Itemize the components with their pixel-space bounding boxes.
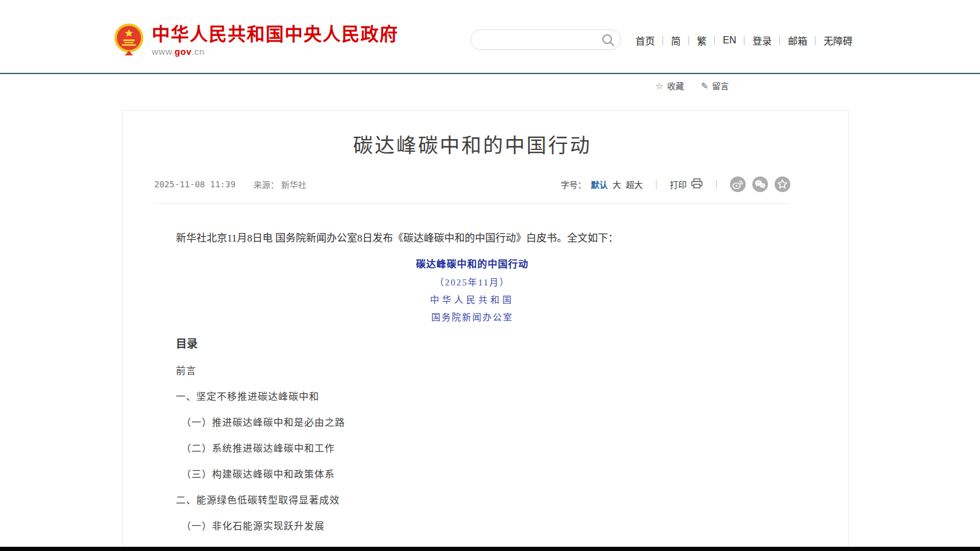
meta-separator bbox=[716, 179, 717, 189]
doc-title: 碳达峰碳中和的中国行动 bbox=[176, 258, 769, 271]
doc-org-line-1: 中华人民共和国 bbox=[176, 294, 769, 306]
top-nav: 首页 简 繁 EN 登录 邮箱 无障碍 bbox=[628, 33, 860, 48]
header-divider-line bbox=[0, 73, 980, 74]
article-body: 新华社北京11月8日电 国务院新闻办公室8日发布《碳达峰碳中和的中国行动》白皮书… bbox=[154, 231, 790, 531]
fontsize-label: 字号： bbox=[561, 178, 586, 190]
toc-item: 一、坚定不移推进碳达峰碳中和 bbox=[176, 391, 769, 402]
star-icon: ☆ bbox=[655, 81, 663, 90]
meta-left: 2025-11-08 11:39 来源： 新华社 bbox=[154, 178, 307, 190]
article-title: 碳达峰碳中和的中国行动 bbox=[154, 133, 790, 158]
share-group bbox=[730, 176, 790, 192]
site-url: www.gov.cn bbox=[152, 46, 399, 57]
toc-item: （一）非化石能源实现跃升发展 bbox=[176, 521, 769, 531]
article-meta-row: 2025-11-08 11:39 来源： 新华社 字号： 默认 大 超大 打印 bbox=[154, 178, 790, 191]
doc-org-line-2: 国务院新闻办公室 bbox=[176, 311, 769, 323]
weibo-share-icon[interactable] bbox=[730, 176, 746, 192]
search-box bbox=[470, 30, 621, 50]
print-button[interactable]: 打印 bbox=[670, 178, 703, 190]
pencil-icon: ✎ bbox=[701, 81, 708, 90]
site-url-prefix: www. bbox=[152, 46, 175, 57]
national-emblem-icon bbox=[114, 23, 144, 58]
wechat-share-icon[interactable] bbox=[752, 176, 768, 192]
nav-link-traditional[interactable]: 繁 bbox=[689, 33, 714, 48]
message-button[interactable]: ✎ 留言 bbox=[701, 79, 729, 92]
lead-paragraph: 新华社北京11月8日电 国务院新闻办公室8日发布《碳达峰碳中和的中国行动》白皮书… bbox=[176, 231, 769, 246]
site-header: 中华人民共和国中央人民政府 www.gov.cn 首页 简 繁 EN 登录 bbox=[0, 0, 980, 73]
gov-logo[interactable]: 中华人民共和国中央人民政府 www.gov.cn bbox=[114, 23, 399, 58]
search-icon[interactable] bbox=[602, 34, 615, 47]
brand-text: 中华人民共和国中央人民政府 www.gov.cn bbox=[152, 24, 399, 57]
toc-item: （二）系统推进碳达峰碳中和工作 bbox=[176, 443, 769, 453]
toc-item: （三）构建碳达峰碳中和政策体系 bbox=[176, 469, 769, 479]
nav-link-mail[interactable]: 邮箱 bbox=[780, 33, 815, 48]
doc-date-line: （2025年11月） bbox=[176, 276, 769, 288]
fontsize-option-xlarge[interactable]: 超大 bbox=[626, 178, 643, 190]
fontsize-option-default[interactable]: 默认 bbox=[591, 178, 608, 190]
toc-item: 前言 bbox=[176, 366, 769, 376]
toc-item: （一）推进碳达峰碳中和是必由之路 bbox=[176, 417, 769, 428]
nav-link-login[interactable]: 登录 bbox=[744, 33, 779, 48]
favorite-label: 收藏 bbox=[667, 79, 684, 92]
site-url-suffix: .cn bbox=[192, 46, 205, 57]
publish-date: 2025-11-08 11:39 bbox=[154, 179, 236, 189]
nav-link-home[interactable]: 首页 bbox=[628, 33, 663, 48]
favorite-button[interactable]: ☆ 收藏 bbox=[655, 79, 684, 92]
message-label: 留言 bbox=[712, 79, 729, 92]
source: 来源： 新华社 bbox=[254, 178, 307, 190]
meta-separator bbox=[656, 179, 657, 189]
quickbar: ☆ 收藏 ✎ 留言 bbox=[655, 79, 729, 92]
bottom-edge-bar bbox=[0, 547, 980, 551]
nav-link-english[interactable]: EN bbox=[715, 35, 744, 46]
meta-divider bbox=[154, 204, 790, 204]
print-label: 打印 bbox=[670, 178, 687, 190]
toc-item: 二、能源绿色低碳转型取得显著成效 bbox=[176, 495, 769, 505]
search-input[interactable] bbox=[481, 32, 595, 48]
qzone-share-icon[interactable] bbox=[775, 176, 790, 192]
article-card: 碳达峰碳中和的中国行动 2025-11-08 11:39 来源： 新华社 字号：… bbox=[122, 110, 849, 547]
toc-heading: 目录 bbox=[176, 338, 769, 350]
nav-link-simplified[interactable]: 简 bbox=[663, 33, 688, 48]
fontsize-option-large[interactable]: 大 bbox=[613, 178, 621, 190]
site-title: 中华人民共和国中央人民政府 bbox=[152, 24, 399, 44]
source-label: 来源： bbox=[254, 178, 279, 190]
nav-link-accessibility[interactable]: 无障碍 bbox=[816, 33, 860, 48]
page: 中华人民共和国中央人民政府 www.gov.cn 首页 简 繁 EN 登录 bbox=[0, 0, 980, 551]
meta-right: 字号： 默认 大 超大 打印 bbox=[561, 176, 790, 192]
printer-icon bbox=[691, 178, 703, 190]
source-value[interactable]: 新华社 bbox=[281, 178, 307, 190]
site-url-domain: gov bbox=[175, 46, 192, 57]
